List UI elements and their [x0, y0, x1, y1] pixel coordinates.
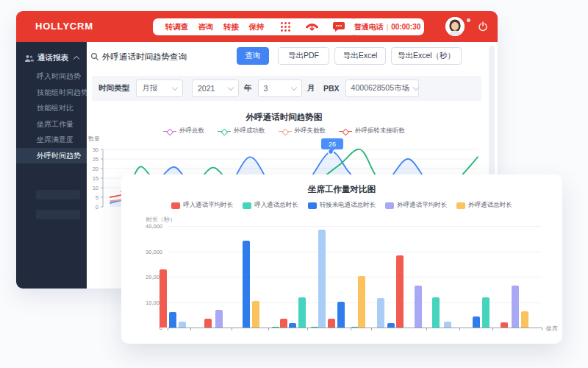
dialpad-icon[interactable]	[280, 21, 291, 32]
query-button[interactable]: 查询	[237, 47, 269, 65]
bar-ytick-label: 10,000	[130, 300, 162, 306]
app-logo: HOLLYCRM	[35, 21, 93, 32]
legend-diamond-icon	[218, 129, 231, 134]
chevron-down-icon	[290, 84, 296, 90]
agent-workload-card: 坐席工作量对比图 呼入通话平均时长呼入通话总时长转接来电通话总时长外呼通话平均时…	[121, 174, 562, 344]
bar-orange-6	[252, 301, 259, 328]
legend-label: 呼入通话平均时长	[183, 201, 233, 210]
bar-paleblue-17	[377, 298, 384, 328]
bar-red-19	[396, 255, 404, 328]
line-chart-title: 外呼通话时间趋势图	[87, 112, 481, 123]
bar-xtick	[426, 328, 427, 330]
legend-label: 转接来电通话总时长	[320, 201, 376, 210]
bar-orange-27	[521, 311, 528, 328]
svg-text:5: 5	[96, 194, 98, 201]
bar-ytick-label: 20,000	[130, 274, 162, 280]
report-group-icon	[24, 54, 34, 63]
month-suffix-label: 月	[307, 83, 315, 93]
pbx-value: 4000628505市场	[351, 83, 409, 93]
export-pdf-button[interactable]: 导出PDF	[278, 47, 329, 65]
bar-red-25	[501, 322, 508, 328]
export-excel-button[interactable]: 导出Excel	[334, 47, 386, 65]
bar-legend-item-3[interactable]: 外呼通话平均时长	[385, 201, 447, 210]
phone-icon-pill	[267, 18, 357, 35]
chart-tooltip: 26	[321, 138, 343, 149]
month-select[interactable]: 3	[258, 79, 302, 97]
call-action-pill: 转调查咨询转接保持	[153, 18, 276, 35]
year-select[interactable]: 2021	[192, 79, 239, 97]
legend-swatch-icon	[171, 202, 180, 209]
bar-red-0	[159, 269, 167, 328]
svg-text:10: 10	[93, 185, 98, 191]
bar-paleblue-2	[179, 322, 186, 328]
legend-swatch-icon	[308, 202, 317, 209]
pbx-select[interactable]: 4000628505市场	[345, 79, 419, 97]
sidebar-item-5[interactable]: 外呼时间趋势	[16, 148, 87, 163]
bar-ytick-label: 30,000	[130, 249, 162, 255]
sidebar-group-label: 通话报表	[37, 53, 68, 63]
bar-legend-item-1[interactable]: 呼入通话总时长	[243, 201, 298, 210]
bar-xtick	[307, 328, 308, 330]
bar-teal-24	[482, 297, 490, 328]
call-status-divider: |	[387, 23, 389, 31]
chevron-down-icon	[413, 84, 419, 90]
call-status-pill: 普通电话 | 00:00:30	[351, 18, 424, 35]
legend-label: 呼入通话总时长	[254, 201, 298, 210]
bar-legend-item-4[interactable]: 外呼通话总时长	[456, 201, 512, 210]
bar-purple-26	[512, 286, 519, 328]
call-timer: 00:00:30	[391, 23, 420, 31]
legend-diamond-icon	[279, 129, 292, 134]
bar-legend-item-0[interactable]: 呼入通话平均时长	[171, 201, 233, 210]
chevron-down-icon	[228, 84, 234, 90]
sidebar-item-1[interactable]: 技能组时间趋势	[16, 85, 87, 100]
legend-diamond-icon	[163, 129, 176, 134]
legend-swatch-icon	[243, 202, 251, 209]
bar-chart-legend: 呼入通话平均时长呼入通话总时长转接来电通话总时长外呼通话平均时长外呼通话总时长	[121, 201, 562, 210]
bar-chart-title: 坐席工作量对比图	[121, 184, 562, 195]
call-action-1[interactable]: 咨询	[198, 22, 214, 32]
chat-icon[interactable]	[333, 21, 345, 32]
legend-swatch-icon	[456, 202, 465, 209]
sidebar-group-reports[interactable]: 通话报表	[16, 50, 87, 66]
filter-bar: 时间类型 月报 2021 年 3 月 PBX 4000628505市场	[92, 76, 481, 101]
export-excel-sec-button[interactable]: 导出Excel（秒）	[391, 47, 462, 65]
sidebar-item-3[interactable]: 坐席工作量	[16, 116, 87, 132]
bar-gridline	[168, 252, 542, 252]
month-value: 3	[264, 84, 268, 93]
call-type: 普通电话	[354, 22, 384, 32]
bar-paleblue-22	[444, 322, 451, 328]
svg-text:20: 20	[93, 166, 98, 172]
bar-blue-14	[337, 302, 345, 328]
bar-blue-5	[243, 241, 250, 328]
page-title: 外呼通话时间趋势查询	[102, 52, 187, 63]
time-type-select[interactable]: 月报	[136, 79, 183, 97]
bar-purple-4	[215, 310, 223, 328]
bar-xtick	[168, 328, 168, 330]
time-type-label: 时间类型	[98, 83, 129, 93]
bar-xtick	[542, 328, 542, 330]
search-icon	[90, 52, 99, 61]
avatar[interactable]	[445, 17, 465, 36]
sidebar-skeleton	[36, 210, 80, 219]
power-button[interactable]	[478, 21, 488, 32]
chevron-down-icon	[172, 84, 178, 90]
bar-ytick-label: 0	[130, 325, 162, 331]
call-action-2[interactable]: 转接	[223, 22, 239, 32]
call-action-0[interactable]: 转调查	[165, 22, 189, 32]
sidebar-item-0[interactable]: 呼入时间趋势	[16, 68, 87, 84]
svg-text:数量: 数量	[88, 135, 100, 142]
call-action-3[interactable]: 保持	[248, 22, 264, 32]
legend-swatch-icon	[385, 202, 394, 209]
year-suffix-label: 年	[244, 83, 252, 93]
sidebar-item-4[interactable]: 坐席满意度	[16, 132, 87, 147]
bar-ytick-label: 40,000	[130, 223, 162, 230]
hangup-phone-icon[interactable]	[305, 21, 319, 32]
year-value: 2021	[198, 84, 215, 93]
bar-orange-16	[358, 276, 365, 328]
legend-label: 外呼通话总时长	[468, 201, 512, 210]
bar-legend-item-2[interactable]: 转接来电通话总时长	[308, 201, 376, 210]
sidebar-item-2[interactable]: 技能组对比	[16, 100, 87, 116]
presence-dot	[467, 18, 470, 22]
bar-xtick	[232, 328, 232, 330]
bar-teal-10	[298, 297, 306, 328]
